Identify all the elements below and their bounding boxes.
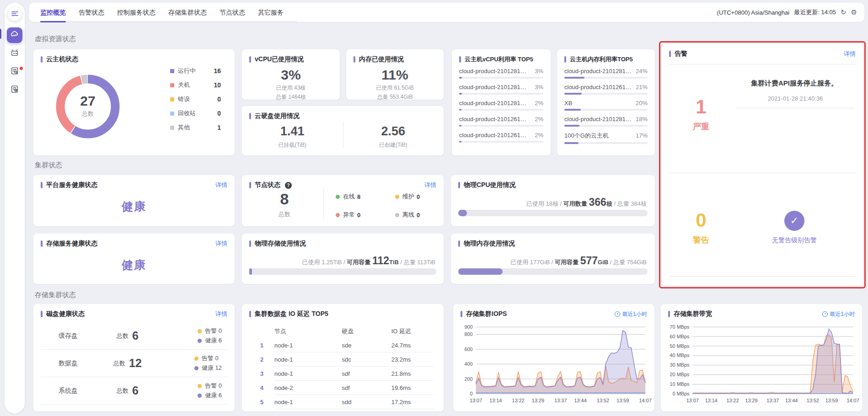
card-disk-health: 磁盘健康状态 详情 缓存盘 总数6 告警 0 健康 6 数据盘 总数12 告警 … [33, 304, 235, 411]
card-storage-health: 存储服务健康状态 详情 健康 [33, 234, 235, 284]
svg-text:14:07: 14:07 [639, 398, 652, 403]
alarm-dot [194, 357, 198, 361]
alarm-detail-link[interactable]: 详情 [844, 50, 856, 58]
physical-cpu-bar [458, 210, 648, 216]
legend-item: 关机10 [170, 81, 221, 89]
memory-used: 已使用 61.5GiB [346, 84, 444, 92]
svg-text:13:52: 13:52 [597, 398, 609, 403]
alarm-message: 集群计费API服务停止服务。 [733, 79, 856, 88]
help-icon[interactable]: ? [285, 182, 292, 189]
card-alarm: 告警 详情 1 严重 集群计费API服务停止服务。 2021-01-28 21:… [662, 44, 863, 286]
sidebar-item-alarm[interactable] [7, 46, 22, 61]
io-latency-table: 0节点硬盘IO 延迟 1node-1sde24.7ms 2node-1sdc23… [249, 324, 436, 409]
critical-count: 1 [669, 97, 733, 117]
tab-monitor-overview[interactable]: 监控概览 [40, 3, 66, 21]
top5-item: cloud-product-2101281…2% [459, 100, 543, 111]
card-title: vCPU已使用情况 [255, 55, 304, 64]
disk-health-detail-link[interactable]: 详情 [215, 310, 227, 318]
bandwidth-range-link[interactable]: 最近1小时 [822, 310, 855, 318]
card-physical-cpu: 物理CPU使用情况 已使用 18核 / 可用数量 366核 / 总量 384核 [451, 175, 655, 226]
physical-storage-stats: 已使用 1.25TiB / 可用容量 112TiB / 总量 113TiB [302, 255, 435, 267]
svg-text:13:07: 13:07 [686, 398, 699, 403]
platform-health-status: 健康 [33, 199, 235, 214]
title-marker [458, 240, 460, 247]
physical-memory-stats: 已使用 177GiB / 可用容量 577GiB / 总量 754GiB [510, 255, 647, 267]
usage-bar [564, 77, 584, 79]
card-title: 存储集群带宽 [674, 310, 712, 318]
title-marker [41, 56, 43, 63]
legend-swatch [170, 83, 174, 87]
svg-text:200: 200 [464, 376, 472, 381]
svg-text:60 MBps: 60 MBps [670, 334, 690, 339]
healthy-dot [198, 339, 202, 343]
card-node-status: 节点状态 ? 详情 8 总数 在线8 维护0 异常0 离线0 [242, 175, 444, 226]
node-status-detail-link[interactable]: 详情 [424, 181, 436, 189]
card-memory-usage: 内存已使用情况 11% 已使用 61.5GiB 总量 553.4GiB [346, 49, 444, 100]
legend-dot [395, 213, 399, 217]
tab-alarm-status[interactable]: 告警状态 [79, 3, 104, 21]
svg-text:20 MBps: 20 MBps [670, 372, 690, 377]
title-marker [669, 51, 671, 57]
usage-bar [459, 93, 462, 95]
healthy-dot [198, 394, 202, 398]
alarm-dot [198, 329, 202, 333]
title-marker [461, 311, 462, 317]
svg-text:40 MBps: 40 MBps [670, 352, 690, 358]
title-marker [354, 56, 355, 63]
title-marker [249, 113, 251, 119]
top5-item: cloud-product-2101261…2% [459, 116, 543, 127]
clock-icon [822, 311, 828, 317]
legend-item: 其他1 [170, 123, 221, 132]
alarm-time: 2021-01-28 21:40:36 [736, 95, 855, 108]
platform-health-detail-link[interactable]: 详情 [215, 181, 227, 189]
card-iops-chart: 存储集群IOPS 最近1小时 020040060080090013:0713:1… [453, 304, 654, 411]
disk-row-cache: 缓存盘 总数6 告警 0 健康 6 [41, 322, 227, 350]
node-status-legend: 在线8 维护0 异常0 离线0 [336, 192, 455, 219]
card-vm-status: 云主机状态 27 总数 运行中16 关机10 错误0 回收站0 其他1 [33, 49, 235, 155]
top5-item: cloud-product-2101281…3% [459, 68, 543, 79]
card-title: 节点状态 [255, 181, 280, 189]
top5-item: cloud-product-2101281…3% [459, 84, 543, 95]
sidebar-item-cloud-monitor[interactable] [7, 27, 22, 43]
sidebar-toggle-button[interactable] [8, 7, 21, 21]
usage-bar [459, 109, 461, 111]
legend-dot [336, 195, 340, 199]
svg-text:14:07: 14:07 [847, 398, 859, 403]
svg-text:13:44: 13:44 [785, 398, 798, 403]
legend-item: 离线0 [395, 211, 455, 219]
section-storage-cluster: 存储集群状态 [35, 291, 76, 299]
svg-text:13:52: 13:52 [807, 398, 819, 403]
svg-text:30 MBps: 30 MBps [670, 362, 690, 368]
table-header: 0节点硬盘IO 延迟 [249, 324, 436, 338]
sidebar-item-report[interactable] [7, 82, 22, 98]
tab-storage-cluster-status[interactable]: 存储集群状态 [168, 3, 207, 21]
svg-text:13:59: 13:59 [616, 398, 629, 403]
title-marker [249, 311, 251, 317]
svg-text:13:14: 13:14 [489, 398, 502, 403]
tab-control-service-status[interactable]: 控制服务状态 [117, 3, 155, 21]
legend-dot [336, 213, 340, 217]
top-bar: 监控概览 告警状态 控制服务状态 存储集群状态 节点状态 其它服务 (UTC+0… [29, 3, 864, 22]
svg-text:13:59: 13:59 [825, 398, 838, 403]
iops-range-link[interactable]: 最近1小时 [615, 310, 647, 318]
top5-item: cloud-product-2101281…18% [564, 116, 648, 127]
last-update-label: 最近更新: 14:05 [794, 8, 836, 16]
notification-dot [20, 67, 23, 70]
card-physical-storage: 物理存储使用情况 已使用 1.25TiB / 可用容量 112TiB / 总量 … [242, 234, 444, 284]
sidebar-item-log-search[interactable] [7, 64, 22, 80]
storage-health-detail-link[interactable]: 详情 [215, 240, 227, 248]
refresh-icon[interactable]: ↻ [841, 9, 847, 16]
sidebar [5, 3, 25, 413]
critical-label: 严重 [669, 121, 733, 132]
svg-text:800: 800 [464, 331, 472, 337]
svg-text:13:07: 13:07 [470, 398, 482, 403]
cloud-icon [10, 30, 19, 41]
vcpu-total: 总量 1464核 [242, 93, 340, 101]
tab-node-status[interactable]: 节点状态 [220, 3, 245, 21]
volume-attached-label: 已挂载(TiB) [242, 141, 343, 149]
card-io-latency-top5: 集群数据盘 IO 延迟 TOP5 0节点硬盘IO 延迟 1node-1sde24… [242, 304, 444, 411]
tab-other-services[interactable]: 其它服务 [258, 3, 284, 21]
divider [323, 189, 324, 219]
card-title: 告警 [675, 50, 687, 58]
settings-gear-icon[interactable]: ⚙ [851, 9, 857, 16]
